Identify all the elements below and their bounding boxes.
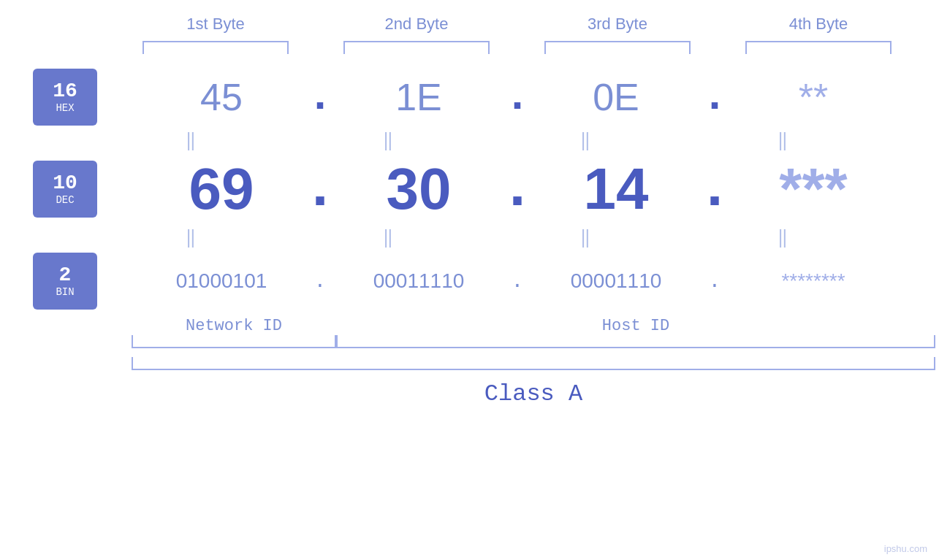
dblbar6: ‖	[309, 227, 470, 248]
hex-base-name: HEX	[56, 102, 74, 114]
dec-val-4: ***	[733, 156, 894, 223]
bin-val-2: 00011110	[338, 269, 499, 293]
dec-val-3: 14	[536, 156, 696, 223]
dblbar1: ‖	[112, 130, 273, 151]
main-container: 1st Byte 2nd Byte 3rd Byte 4th Byte 16 H…	[0, 0, 939, 560]
dblbar4: ‖	[704, 130, 864, 151]
dblbar2: ‖	[309, 130, 470, 151]
bin-dot-1: .	[302, 270, 338, 293]
dec-row: 10 DEC 69 . 30 . 14 . ***	[0, 156, 939, 223]
bottom-bracket-row	[132, 335, 935, 348]
hex-badge: 16 HEX	[33, 69, 97, 126]
hex-val-1: 45	[141, 75, 302, 119]
host-id-bracket	[336, 335, 935, 348]
dec-base-num: 10	[53, 172, 77, 195]
hex-row: 16 HEX 45 . 1E . 0E . **	[0, 69, 939, 126]
bin-badge: 2 BIN	[33, 253, 97, 310]
bin-val-1: 01000101	[141, 269, 302, 293]
host-id-label: Host ID	[336, 317, 935, 335]
byte1-label: 1st Byte	[128, 15, 303, 34]
bin-row: 2 BIN 01000101 . 00011110 . 00001110 . *…	[0, 253, 939, 310]
dec-val-1: 69	[141, 156, 302, 223]
bracket-byte4	[745, 41, 892, 54]
header-row: 1st Byte 2nd Byte 3rd Byte 4th Byte	[115, 15, 919, 34]
bottom-brackets-section: Network ID Host ID Class A	[132, 317, 935, 407]
hex-val-4: **	[733, 75, 894, 119]
class-label: Class A	[132, 380, 935, 407]
hex-values: 45 . 1E . 0E . **	[141, 72, 939, 122]
id-labels: Network ID Host ID	[132, 317, 935, 335]
bin-val-3: 00001110	[536, 269, 696, 293]
bin-dot-2: .	[499, 270, 536, 293]
dec-badge: 10 DEC	[33, 161, 97, 218]
dec-base-name: DEC	[56, 194, 74, 206]
byte3-label: 3rd Byte	[530, 15, 705, 34]
hex-val-2: 1E	[338, 75, 499, 119]
wide-bracket	[132, 357, 935, 370]
bin-values: 01000101 . 00011110 . 00001110 . *******…	[141, 269, 939, 293]
dblbar-dec-bin: ‖ ‖ ‖ ‖	[0, 227, 939, 248]
bin-base-name: BIN	[56, 286, 74, 298]
dblbar7: ‖	[506, 227, 667, 248]
hex-dot-2: .	[499, 72, 536, 122]
dec-val-2: 30	[338, 156, 499, 223]
dblbar5: ‖	[112, 227, 273, 248]
dec-values: 69 . 30 . 14 . ***	[141, 156, 939, 223]
bracket-byte3	[544, 41, 691, 54]
dec-dot-3: .	[696, 156, 733, 223]
top-bracket-row	[115, 41, 919, 54]
byte4-label: 4th Byte	[731, 15, 906, 34]
hex-val-3: 0E	[536, 75, 696, 119]
network-id-bracket	[132, 335, 336, 348]
dblbar3: ‖	[506, 130, 667, 151]
bracket-byte2	[343, 41, 490, 54]
dblbar-hex-dec: ‖ ‖ ‖ ‖	[0, 130, 939, 151]
dblbar8: ‖	[704, 227, 864, 248]
bin-dot-3: .	[696, 270, 733, 293]
bin-base-num: 2	[59, 264, 72, 287]
byte2-label: 2nd Byte	[329, 15, 504, 34]
bracket-byte1	[142, 41, 289, 54]
network-id-label: Network ID	[132, 317, 336, 335]
bin-val-4: ********	[733, 269, 894, 293]
hex-dot-1: .	[302, 72, 338, 122]
dec-dot-2: .	[499, 156, 536, 223]
watermark: ipshu.com	[884, 543, 927, 554]
hex-base-num: 16	[53, 80, 77, 103]
hex-dot-3: .	[696, 72, 733, 122]
dec-dot-1: .	[302, 156, 338, 223]
